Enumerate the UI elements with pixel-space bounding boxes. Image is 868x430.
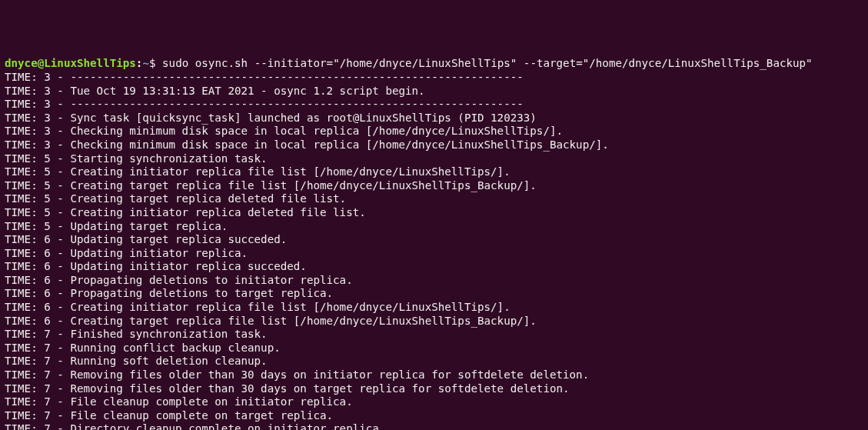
output-line: TIME: 7 - Removing files older than 30 d… bbox=[5, 368, 863, 382]
output-line: TIME: 5 - Creating initiator replica fil… bbox=[5, 165, 863, 179]
output-line: TIME: 6 - Propagating deletions to targe… bbox=[5, 287, 863, 301]
prompt-dollar: $ bbox=[149, 57, 156, 69]
output-line: TIME: 7 - Running soft deletion cleanup. bbox=[5, 355, 863, 368]
output-line: TIME: 3 - ------------------------------… bbox=[5, 98, 863, 112]
command-text: sudo osync.sh --initiator="/home/dnyce/L… bbox=[162, 57, 813, 69]
output-line: TIME: 6 - Propagating deletions to initi… bbox=[5, 274, 863, 288]
prompt-at: @ bbox=[38, 57, 45, 69]
prompt-path: ~ bbox=[142, 57, 149, 69]
terminal-output: TIME: 3 - ------------------------------… bbox=[5, 71, 863, 430]
output-line: TIME: 7 - Removing files older than 30 d… bbox=[5, 382, 863, 396]
output-line: TIME: 7 - File cleanup complete on targe… bbox=[5, 409, 863, 423]
prompt-host: LinuxShellTips bbox=[44, 57, 136, 69]
output-line: TIME: 5 - Starting synchronization task. bbox=[5, 152, 863, 166]
output-line: TIME: 5 - Creating target replica delete… bbox=[5, 192, 863, 206]
output-line: TIME: 3 - ------------------------------… bbox=[5, 71, 863, 85]
terminal[interactable]: dnyce@LinuxShellTips:~$ sudo osync.sh --… bbox=[5, 57, 863, 430]
output-line: TIME: 5 - Updating target replica. bbox=[5, 220, 863, 234]
output-line: TIME: 7 - Running conflict backup cleanu… bbox=[5, 342, 863, 355]
output-line: TIME: 5 - Creating initiator replica del… bbox=[5, 206, 863, 220]
prompt-line-1: dnyce@LinuxShellTips:~$ sudo osync.sh --… bbox=[5, 57, 863, 71]
output-line: TIME: 3 - Checking minimum disk space in… bbox=[5, 125, 863, 138]
output-line: TIME: 6 - Updating initiator replica suc… bbox=[5, 260, 863, 274]
output-line: TIME: 5 - Creating target replica file l… bbox=[5, 179, 863, 193]
output-line: TIME: 6 - Creating target replica file l… bbox=[5, 315, 863, 328]
output-line: TIME: 7 - Finished synchronization task. bbox=[5, 328, 863, 342]
output-line: TIME: 7 - Directory cleanup complete on … bbox=[5, 422, 863, 430]
output-line: TIME: 6 - Updating target replica succed… bbox=[5, 233, 863, 247]
output-line: TIME: 6 - Updating initiator replica. bbox=[5, 247, 863, 261]
output-line: TIME: 3 - Checking minimum disk space in… bbox=[5, 138, 863, 152]
output-line: TIME: 3 - Sync task [quicksync_task] lau… bbox=[5, 112, 863, 125]
output-line: TIME: 7 - File cleanup complete on initi… bbox=[5, 395, 863, 409]
output-line: TIME: 6 - Creating initiator replica fil… bbox=[5, 301, 863, 315]
output-line: TIME: 3 - Tue Oct 19 13:31:13 EAT 2021 -… bbox=[5, 85, 863, 98]
prompt-user: dnyce bbox=[5, 57, 38, 69]
